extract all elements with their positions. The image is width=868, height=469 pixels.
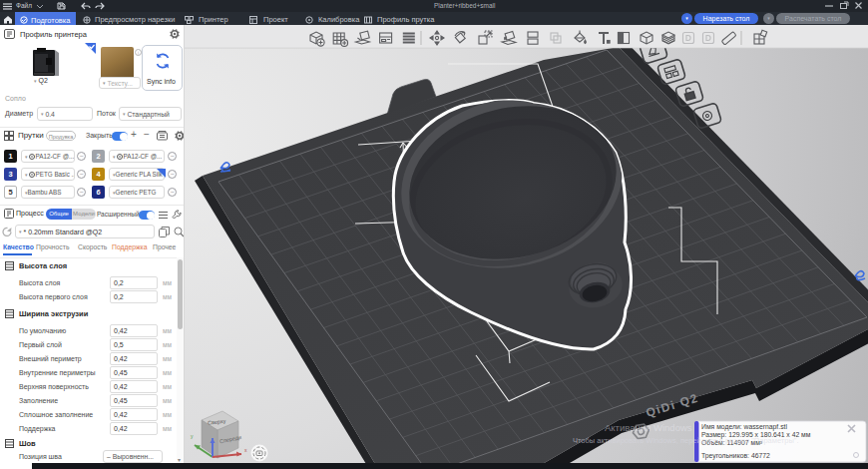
svg-text:Имя модели: wassernapf.stl: Имя модели: wassernapf.stl: [701, 423, 787, 431]
svg-text:Активация Windows: Активация Windows: [605, 422, 692, 433]
svg-text:Треугольников: 46772: Треугольников: 46772: [701, 452, 770, 460]
svg-text:Чтобы активировать Windows, пе: Чтобы активировать Windows, перейдите в …: [573, 436, 799, 445]
